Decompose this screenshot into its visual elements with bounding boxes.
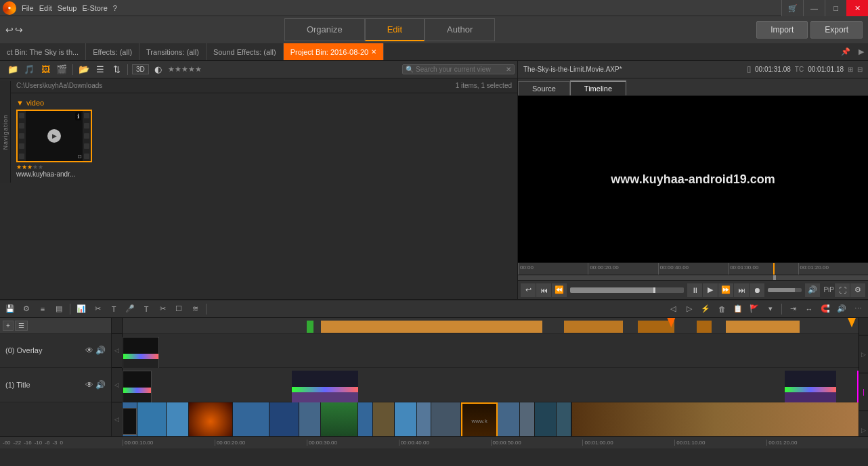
pb-fullscreen[interactable]: ⛶ [835,283,850,297]
video-clip-7[interactable] [299,402,322,436]
tl-settings-btn[interactable]: ⚙ [19,302,34,316]
video-clip-12[interactable] [417,402,432,436]
pip-label[interactable]: PiP [823,286,834,294]
track-overlay-eye[interactable]: 👁 [85,346,93,355]
pb-record[interactable]: ⏺ [750,283,764,297]
video-section-label[interactable]: ▼ video [16,96,515,110]
import-button[interactable]: Import [756,21,808,39]
video-clip-2[interactable] [137,402,167,436]
tl-text-btn[interactable]: T [106,302,121,316]
video-clip-5[interactable] [233,402,269,436]
tl-wave-btn[interactable]: ≋ [188,302,202,316]
menu-setup[interactable]: Setup [55,3,80,14]
shadow-tool[interactable]: ◐ [152,63,165,76]
video-clip-11[interactable] [395,402,417,436]
tab-organize[interactable]: Organize [284,18,365,41]
tl-in-marker[interactable]: ◁ [666,302,680,316]
tl-left-video[interactable]: ◁ [112,402,122,436]
volume-icon[interactable]: 🔊 [805,283,820,297]
folder-open-tool[interactable]: 📂 [77,63,91,76]
3d-button[interactable]: 3D [132,64,149,74]
tl-delete-clip[interactable]: 🗑 [714,302,729,316]
menu-file[interactable]: File [19,3,37,14]
tab-author[interactable]: Author [425,18,495,41]
video-clip-17[interactable] [535,402,557,436]
video-clip-4[interactable] [189,402,233,436]
bin-tab-ct[interactable]: ct Bin: The Sky is th... [0,43,86,60]
tl-mic-btn[interactable]: 🎤 [123,302,137,316]
tl-left-title[interactable]: ◁ [112,368,122,402]
pb-play[interactable]: ▶ [703,283,718,297]
menu-help[interactable]: ? [110,3,120,14]
video-clip-13[interactable] [431,402,460,436]
tl-flag[interactable]: 🚩 [747,302,762,316]
pb-return[interactable]: ↩ [521,283,536,297]
pb-skip-back[interactable]: ⏮ [536,283,551,297]
win-maximize[interactable]: □ [825,0,846,16]
bin-tab-effects[interactable]: Effects: (all) [86,43,139,60]
search-clear-icon[interactable]: ✕ [506,66,511,73]
tl-split[interactable]: ⚡ [698,302,713,316]
sort-tool[interactable]: ⇅ [110,63,123,76]
image-tool[interactable]: 🖼 [39,63,52,76]
search-input[interactable] [416,66,504,73]
tab-source[interactable]: Source [518,81,570,95]
bin-tab-sound[interactable]: Sound Effects: (all) [207,43,284,60]
video-clip-15[interactable] [498,402,520,436]
tl-flag-menu[interactable]: ▾ [763,302,778,316]
track-title-audio[interactable]: 🔊 [95,380,106,390]
tl-box-btn[interactable]: ☐ [171,302,186,316]
video-clip-8[interactable] [321,402,357,436]
video-clip-9[interactable] [358,402,373,436]
pb-prev-frame[interactable]: ⏪ [552,283,567,297]
bin-tab-scroll[interactable]: ▶ [854,47,868,56]
list-view-tool[interactable]: ☰ [93,63,107,76]
tab-timeline[interactable]: Timeline [570,80,626,95]
track-title-eye[interactable]: 👁 [85,380,93,390]
tl-magnet[interactable]: 🧲 [818,302,833,316]
export-button[interactable]: Export [810,21,863,39]
title-clip-2[interactable] [292,371,358,403]
preview-icon-expand[interactable]: ⊞ [848,66,853,73]
tl-more-btn[interactable]: ⋯ [850,302,865,316]
video-clip-14[interactable]: www.k [461,402,498,436]
video-clip-16[interactable] [520,402,535,436]
tl-save-btn[interactable]: 💾 [3,302,18,316]
tl-menu-btn[interactable]: ≡ [35,302,50,316]
bin-tab-close[interactable]: ✕ [371,48,376,55]
title-clip-3[interactable] [785,371,836,403]
tl-out-marker[interactable]: ▷ [682,302,697,316]
video-clip-1[interactable] [123,402,137,436]
audio-tool[interactable]: 🎵 [22,63,36,76]
bin-tab-transitions[interactable]: Transitions: (all) [139,43,207,60]
bin-tab-project[interactable]: Project Bin: 2016-08-20 ✕ [284,43,385,60]
win-cart[interactable]: 🛒 [781,0,803,16]
win-minimize[interactable]: — [803,0,825,16]
tl-knife-btn[interactable]: ✂ [90,302,105,316]
win-close[interactable]: ✕ [846,0,868,16]
bin-tab-pin[interactable]: 📌 [837,47,854,56]
folder-tool[interactable]: 📁 [6,63,20,76]
video-clip-10[interactable] [373,402,395,436]
volume-bar[interactable] [768,288,802,292]
video-clip-18[interactable] [557,402,571,436]
video-clip-19[interactable] [571,402,859,436]
title-clip-1[interactable] [123,371,152,403]
redo-button[interactable]: ↪ [15,24,23,35]
video-tool[interactable]: 🎬 [55,63,68,76]
video-clip-3[interactable] [167,402,189,436]
pb-next-frame[interactable]: ⏩ [718,283,733,297]
tl-audio-sync[interactable]: 🔊 [834,302,849,316]
preview-icon-settings[interactable]: ⊟ [857,66,863,73]
star-rating[interactable]: ★★★★★ [168,65,202,74]
pb-scrubber[interactable] [570,287,684,293]
track-add-button[interactable]: + [3,321,14,331]
tl-tracks-btn[interactable]: ▤ [51,302,66,316]
undo-button[interactable]: ↩ [5,24,14,35]
tl-text2-btn[interactable]: T [139,302,154,316]
tl-cut-btn[interactable]: ✂ [155,302,170,316]
tl-delete-gap[interactable]: 📋 [731,302,745,316]
video-clip-6[interactable] [269,402,299,436]
menu-edit[interactable]: Edit [37,3,55,14]
tl-left-overlay[interactable]: ◁ [112,334,122,369]
